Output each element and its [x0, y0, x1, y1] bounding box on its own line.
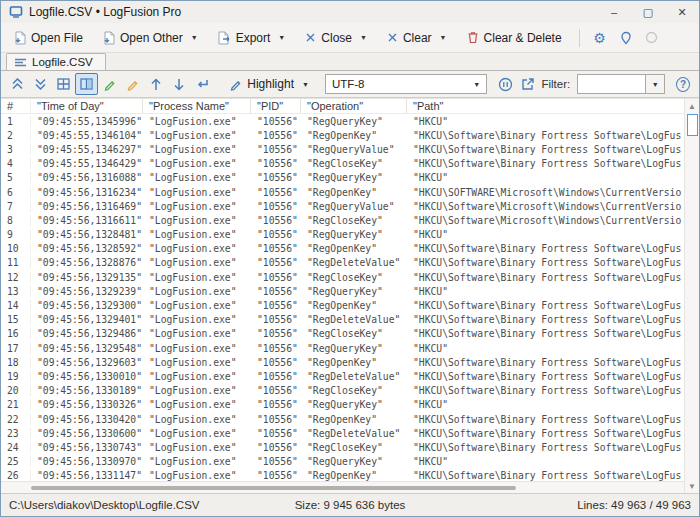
status-circle-button[interactable] [640, 27, 664, 49]
open-external-button[interactable] [517, 73, 539, 95]
filter-input[interactable] [577, 74, 645, 94]
cell: "10556" [251, 172, 301, 183]
tab-logfile[interactable]: Logfile.CSV [6, 53, 106, 70]
table-row[interactable]: 7"09:45:56,1316469""LogFusion.exe""10556… [1, 199, 684, 213]
cell: "09:45:55,1346429" [31, 158, 143, 169]
app-logo-icon [9, 6, 23, 18]
table-row[interactable]: 18"09:45:56,1329603""LogFusion.exe""1055… [1, 355, 684, 369]
table-row[interactable]: 23"09:45:56,1330600""LogFusion.exe""1055… [1, 426, 684, 440]
cell: "09:45:56,1330743" [31, 442, 143, 453]
double-chevron-down-icon [34, 78, 47, 90]
grid-view-button[interactable] [52, 73, 74, 95]
cell: 22 [1, 414, 31, 425]
col-header-operation[interactable]: "Operation" [301, 99, 407, 113]
cell: "09:45:56,1331147" [31, 470, 143, 481]
cell: "10556" [251, 385, 301, 396]
col-header-path[interactable]: "Path" [407, 99, 684, 113]
cell: "RegOpenKey" [301, 243, 407, 254]
cell: "10556" [251, 215, 301, 226]
table-row[interactable]: 22"09:45:56,1330420""LogFusion.exe""1055… [1, 412, 684, 426]
column-view-button[interactable] [75, 73, 97, 95]
table-row[interactable]: 3"09:45:55,1346297""LogFusion.exe""10556… [1, 142, 684, 156]
horizontal-scrollbar-thumb[interactable] [31, 486, 516, 490]
vertical-scrollbar[interactable]: ▲ ▼ [684, 99, 699, 493]
minimize-button[interactable]: – [597, 1, 631, 23]
cell: 16 [1, 328, 31, 339]
table-row[interactable]: 8"09:45:56,1316611""LogFusion.exe""10556… [1, 213, 684, 227]
highlight-orange-button[interactable] [122, 73, 144, 95]
cell: "10556" [251, 328, 301, 339]
cell: "HKCU\Software\Microsoft\Windows\Current… [407, 201, 684, 212]
open-file-button[interactable]: Open File [5, 26, 92, 50]
table-row[interactable]: 20"09:45:56,1330189""LogFusion.exe""1055… [1, 384, 684, 398]
cell: "09:45:56,1330600" [31, 428, 143, 439]
table-row[interactable]: 4"09:45:55,1346429""LogFusion.exe""10556… [1, 157, 684, 171]
cell: 6 [1, 187, 31, 198]
table-row[interactable]: 17"09:45:56,1329548""LogFusion.exe""1055… [1, 341, 684, 355]
pin-button[interactable] [614, 27, 638, 49]
wrap-lines-button[interactable] [191, 73, 213, 95]
jump-down-button[interactable] [168, 73, 190, 95]
highlight-green-button[interactable] [99, 73, 121, 95]
status-circle-icon [645, 31, 658, 44]
collapse-all-button[interactable] [6, 73, 28, 95]
table-row[interactable]: 11"09:45:56,1328876""LogFusion.exe""1055… [1, 256, 684, 270]
export-button[interactable]: Export ▼ [209, 26, 295, 50]
table-row[interactable]: 2"09:45:55,1346104""LogFusion.exe""10556… [1, 128, 684, 142]
cell: 3 [1, 144, 31, 155]
help-button[interactable]: ? [676, 77, 690, 92]
table-row[interactable]: 21"09:45:56,1330326""LogFusion.exe""1055… [1, 398, 684, 412]
cell: "09:45:56,1330326" [31, 399, 143, 410]
table-row[interactable]: 13"09:45:56,1329239""LogFusion.exe""1055… [1, 284, 684, 298]
clear-delete-button[interactable]: Clear & Delete [458, 26, 571, 50]
jump-up-button[interactable] [145, 73, 167, 95]
cell: "10556" [251, 116, 301, 127]
table-row[interactable]: 16"09:45:56,1329486""LogFusion.exe""1055… [1, 327, 684, 341]
clear-button[interactable]: Clear ▼ [378, 26, 456, 50]
close-button[interactable]: ✕ [665, 1, 699, 23]
expand-all-button[interactable] [29, 73, 51, 95]
close-file-button[interactable]: Close ▼ [296, 26, 376, 50]
open-other-button[interactable]: Open Other ▼ [94, 26, 207, 50]
grid-icon [57, 78, 70, 90]
cell: "10556" [251, 272, 301, 283]
cell: 19 [1, 371, 31, 382]
settings-button[interactable]: ⚙ [588, 27, 612, 49]
scroll-up-icon[interactable]: ▲ [685, 99, 699, 113]
table-row[interactable]: 25"09:45:56,1330970""LogFusion.exe""1055… [1, 455, 684, 469]
table-row[interactable]: 26"09:45:56,1331147""LogFusion.exe""1055… [1, 469, 684, 481]
return-arrow-icon [196, 78, 209, 90]
maximize-button[interactable]: ▢ [631, 1, 665, 23]
table-row[interactable]: 14"09:45:56,1329300""LogFusion.exe""1055… [1, 298, 684, 312]
cell: "RegOpenKey" [301, 130, 407, 141]
col-header-process[interactable]: "Process Name" [143, 99, 251, 113]
col-header-time[interactable]: "Time of Day" [31, 99, 143, 113]
table-row[interactable]: 12"09:45:56,1329135""LogFusion.exe""1055… [1, 270, 684, 284]
pause-button[interactable] [494, 73, 516, 95]
cell: "HKCU" [407, 229, 684, 240]
table-row[interactable]: 5"09:45:56,1316088""LogFusion.exe""10556… [1, 171, 684, 185]
horizontal-scrollbar[interactable] [1, 481, 684, 493]
table-row[interactable]: 19"09:45:56,1330010""LogFusion.exe""1055… [1, 369, 684, 383]
cell: "LogFusion.exe" [143, 172, 251, 183]
table-row[interactable]: 24"09:45:56,1330743""LogFusion.exe""1055… [1, 440, 684, 454]
highlight-button[interactable]: Highlight ▼ [220, 72, 318, 96]
table-row[interactable]: 15"09:45:56,1329401""LogFusion.exe""1055… [1, 313, 684, 327]
table-row[interactable]: 9"09:45:56,1328481""LogFusion.exe""10556… [1, 228, 684, 242]
filter-dropdown-button[interactable]: ▼ [645, 74, 665, 94]
col-header-pid[interactable]: "PID" [251, 99, 301, 113]
table-row[interactable]: 10"09:45:56,1328592""LogFusion.exe""1055… [1, 242, 684, 256]
scroll-down-icon[interactable]: ▼ [685, 479, 699, 493]
cell: "09:45:56,1316611" [31, 215, 143, 226]
cell: "HKCU\Software\Binary Fortress Software\… [407, 414, 684, 425]
col-header-number[interactable]: # [1, 99, 31, 113]
encoding-select[interactable]: UTF-8 ▼ [325, 74, 487, 94]
cell: "RegDeleteValue" [301, 257, 407, 268]
cell: "RegDeleteValue" [301, 314, 407, 325]
cell: 18 [1, 357, 31, 368]
cell: "10556" [251, 357, 301, 368]
table-row[interactable]: 6"09:45:56,1316234""LogFusion.exe""10556… [1, 185, 684, 199]
vertical-scrollbar-thumb[interactable] [687, 114, 698, 136]
cell: "LogFusion.exe" [143, 130, 251, 141]
table-row[interactable]: 1"09:45:55,1345996""LogFusion.exe""10556… [1, 114, 684, 128]
